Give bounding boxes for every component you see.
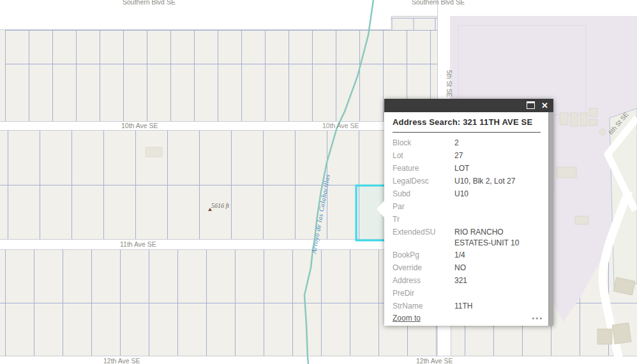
popup-body: Address Search: 321 11TH AVE SE Block 2 … [384, 112, 553, 326]
field-label: Subd [393, 187, 454, 200]
street-12th-ave [0, 356, 637, 364]
popup-fields-list: Block 2 Lot 27 Feature LOT LegalDesc U10… [393, 136, 541, 312]
street-label-10th-ave-right: 10th Ave SE [322, 122, 359, 129]
field-row-feature: Feature LOT [393, 162, 541, 175]
field-label: Feature [393, 162, 454, 175]
field-value: NO [454, 261, 466, 274]
field-row-extendedsu: ExtendedSU RIO RANCHO ESTATES-UNIT 10 [393, 226, 541, 249]
feature-popup: ✕ Address Search: 321 11TH AVE SE Block … [384, 99, 553, 326]
field-label: ExtendedSU [393, 226, 454, 249]
field-value: 27 [454, 149, 463, 162]
field-row-subd: Subd U10 [393, 187, 541, 200]
field-row-tr: Tr [393, 213, 541, 226]
elevation-label: 5616 ft [211, 202, 229, 209]
field-value: 2 [454, 136, 459, 149]
street-label-12th-ave-left: 12th Ave SE [103, 357, 140, 364]
street-label-10th-ave-left: 10th Ave SE [121, 122, 158, 129]
field-value: U10 [454, 187, 468, 200]
field-value: LOT [454, 162, 469, 175]
field-label: Block [393, 136, 454, 149]
field-row-legaldesc: LegalDesc U10, Blk 2, Lot 27 [393, 175, 541, 187]
zoom-to-link[interactable]: Zoom to [393, 314, 421, 323]
field-label: PreDir [393, 287, 454, 300]
field-value: 11TH [454, 300, 472, 312]
field-label: Override [393, 261, 454, 274]
street-label-12th-ave-right: 12th Ave SE [416, 357, 453, 364]
street-label-11th-ave: 11th Ave SE [120, 240, 156, 248]
field-label: StrName [393, 300, 454, 312]
close-icon[interactable]: ✕ [541, 100, 548, 111]
field-row-predir: PreDir [393, 287, 541, 300]
popup-header[interactable]: ✕ [384, 99, 553, 112]
popup-footer: Zoom to ••• [393, 314, 543, 323]
field-value: RIO RANCHO ESTATES-UNIT 10 [454, 226, 541, 249]
parcel-grid-top-band [5, 16, 438, 121]
field-row-block: Block 2 [393, 136, 541, 149]
field-value: 1/4 [454, 249, 465, 261]
field-row-address: Address 321 [393, 274, 541, 287]
field-label: Address [393, 274, 454, 287]
field-label: Par [393, 200, 454, 213]
map-application-window: Arroyo de las Calabacillas 5616 ft South… [0, 0, 637, 364]
field-row-par: Par [393, 200, 541, 213]
popup-callout-pointer [377, 201, 384, 217]
field-label: Tr [393, 213, 454, 226]
street-label-southern-blvd-right: Southern Blvd SE [412, 0, 465, 6]
field-value: U10, Blk 2, Lot 27 [454, 175, 515, 187]
field-label: BookPg [393, 249, 454, 261]
street-label-southern-blvd-left: Southern Blvd SE [123, 0, 176, 6]
field-row-lot: Lot 27 [393, 149, 541, 162]
field-label: LegalDesc [393, 175, 454, 187]
popup-title: Address Search: 321 11TH AVE SE [393, 117, 541, 133]
field-row-bookpg: BookPg 1/4 [393, 249, 541, 261]
popup-scrollbar[interactable] [548, 112, 553, 326]
street-label-5th-st: 5th St SE [446, 70, 453, 98]
street-10th-ave [0, 121, 438, 131]
field-row-override: Override NO [393, 261, 541, 274]
more-options-icon[interactable]: ••• [532, 315, 543, 321]
maximize-icon[interactable] [527, 101, 535, 109]
field-row-strname: StrName 11TH [393, 300, 541, 312]
field-label: Lot [393, 149, 454, 162]
building-footprint [146, 147, 162, 157]
field-value: 321 [454, 274, 467, 287]
